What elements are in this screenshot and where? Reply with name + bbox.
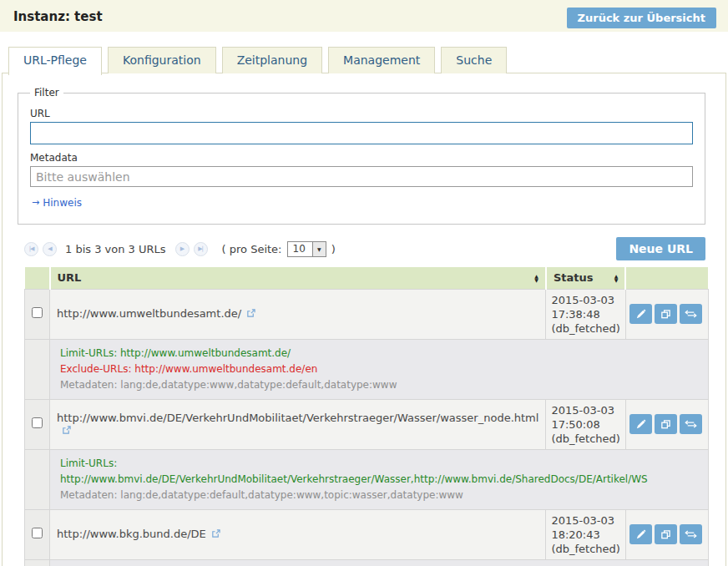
row-detail: Limit-URLs: http://www.bmvi.de/DE/Verkeh… [25,449,709,509]
sort-icon[interactable]: ▲▼ [534,274,538,282]
copy-url-button[interactable] [655,414,677,434]
row-actions [625,509,708,559]
edit-url-button[interactable] [629,414,652,434]
chevron-down-icon: ▼ [312,242,326,256]
row-detail-content: Limit-URLs: http://www.bkg.bund.de/DE Me… [50,559,709,566]
pagination-info: 1 bis 3 von 3 URLs [65,243,166,255]
table-header-row: URL ▲▼ Status ▲▼ [25,267,709,289]
status-cell: 2015-03-03 18:20:43(db_fetched) [546,509,625,559]
copy-url-button[interactable] [655,524,677,544]
per-page-value: 10 [288,243,312,255]
url-cell: http://www.umweltbundesamt.de/ [50,289,546,339]
new-url-button[interactable]: Neue URL [616,237,705,260]
row-checkbox[interactable] [32,528,43,538]
external-link-icon[interactable] [246,308,255,321]
tab-management[interactable]: Management [328,47,435,73]
limit-urls-value[interactable]: http://www.umweltbundesamt.de/ [120,347,291,359]
table-row: http://www.bmvi.de/DE/VerkehrUndMobilita… [25,399,709,449]
tab-bar: URL-Pflege Konfiguration Zeitplanung Man… [0,32,728,73]
pagination-prev-button[interactable]: ◀ [43,242,57,256]
metadata-value: lang:de,datatype:default,datatype:www,to… [120,489,463,501]
row-detail-content: Limit-URLs: http://www.bmvi.de/DE/Verkeh… [50,449,709,509]
back-to-overview-button[interactable]: Zurück zur Übersicht [567,8,716,28]
sort-icon[interactable]: ▲▼ [614,274,619,282]
row-detail-content: Limit-URLs: http://www.umweltbundesamt.d… [50,339,709,399]
table-row: http://www.umweltbundesamt.de/ 2015-03-0… [25,289,709,339]
hinweis-row: →Hinweis [32,197,693,209]
status-cell: 2015-03-03 17:38:48(db_fetched) [546,289,625,339]
external-link-icon[interactable] [62,425,71,437]
url-cell: http://www.bkg.bund.de/DE [50,509,546,559]
recrawl-url-button[interactable] [680,304,702,324]
row-actions [625,289,708,339]
exclude-urls-value[interactable]: http://www.umweltbundesamt.de/en [134,363,317,375]
per-page-prefix: ( pro Seite: [222,243,282,255]
external-link-icon[interactable] [211,528,220,541]
page-title: Instanz: test [13,9,103,24]
row-detail: Limit-URLs: http://www.umweltbundesamt.d… [25,339,709,399]
top-bar: Instanz: test Zurück zur Übersicht [0,0,728,32]
recrawl-url-button[interactable] [680,414,702,434]
per-page-suffix: ) [331,243,336,255]
filter-fieldset: Filter URL Metadata →Hinweis [18,87,705,225]
tab-zeitplanung[interactable]: Zeitplanung [222,47,322,73]
row-checkbox[interactable] [32,307,43,318]
recrawl-url-button[interactable] [680,524,702,544]
limit-urls-value[interactable]: http://www.bmvi.de/DE/VerkehrUndMobilita… [60,473,648,485]
pagination-last-button[interactable]: ▶| [194,242,208,256]
status-column-header[interactable]: Status ▲▼ [546,267,625,289]
checkbox-column-header [25,267,50,289]
hinweis-link[interactable]: Hinweis [43,197,82,209]
tab-konfiguration[interactable]: Konfiguration [108,47,216,73]
metadata-value: lang:de,datatype:www,datatype:default,da… [120,379,397,391]
actions-column-header [625,267,708,289]
metadata-filter-input[interactable] [30,166,693,187]
list-toolbar: |◀ ◀ 1 bis 3 von 3 URLs ▶ ▶| ( pro Seite… [24,237,705,260]
url-cell: http://www.bmvi.de/DE/VerkehrUndMobilita… [50,399,546,449]
table-row: http://www.bkg.bund.de/DE 2015-03-03 18:… [25,509,709,559]
per-page-select[interactable]: 10 ▼ [287,241,326,257]
url-column-header[interactable]: URL ▲▼ [50,267,546,289]
pagination-first-button[interactable]: |◀ [24,242,38,256]
status-cell: 2015-03-03 17:50:08(db_fetched) [546,399,625,449]
main-panel: Filter URL Metadata →Hinweis |◀ ◀ 1 bis … [2,73,726,566]
row-detail: Limit-URLs: http://www.bkg.bund.de/DE Me… [25,559,709,566]
copy-url-button[interactable] [655,304,677,324]
edit-url-button[interactable] [629,524,652,544]
url-filter-input[interactable] [30,122,693,144]
pagination-next-button[interactable]: ▶ [175,242,190,256]
tab-url-pflege[interactable]: URL-Pflege [8,47,102,75]
metadata-filter-label: Metadata [30,152,693,164]
per-page-control: ( pro Seite: 10 ▼ ) [222,241,336,257]
url-filter-label: URL [30,108,693,119]
arrow-right-icon: → [32,197,39,208]
edit-url-button[interactable] [629,304,652,324]
filter-legend: Filter [30,87,63,99]
url-table: URL ▲▼ Status ▲▼ http://www.umweltbundes… [24,267,709,566]
row-checkbox[interactable] [32,417,43,428]
tab-suche[interactable]: Suche [441,47,507,73]
row-actions [625,399,708,449]
